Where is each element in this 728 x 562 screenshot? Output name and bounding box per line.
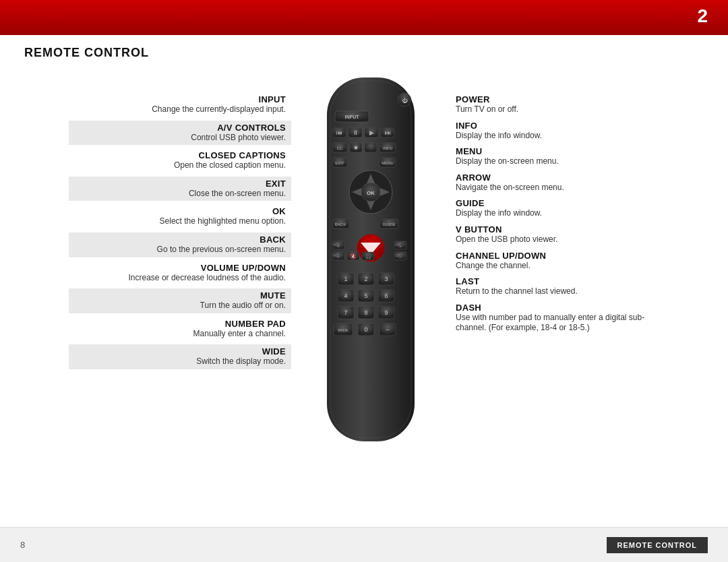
right-label-arrow: ARROW Navigate the on-screen menu. [456, 173, 659, 193]
svg-text:■: ■ [354, 144, 357, 151]
right-label-title-guide: GUIDE [456, 198, 659, 208]
left-label-title-exit: EXIT [69, 179, 286, 189]
svg-text:CC: CC [337, 146, 343, 150]
svg-text:⏸: ⏸ [353, 129, 359, 136]
left-label-desc-exit: Close the on-screen menu. [69, 189, 286, 199]
left-label-volume: VOLUME UP/DOWN Increase or decrease loud… [69, 263, 291, 284]
right-label-title-info: INFO [456, 121, 659, 131]
svg-text:3: 3 [384, 276, 388, 282]
svg-text:MENU: MENU [382, 161, 394, 165]
svg-text:0: 0 [364, 326, 367, 333]
right-label-title-dash: DASH [456, 303, 659, 313]
svg-text:VOL: VOL [333, 243, 340, 247]
left-label-title-input: INPUT [69, 94, 286, 104]
svg-text:6: 6 [384, 292, 388, 299]
svg-text:GUIDE: GUIDE [382, 222, 395, 226]
right-label-desc-arrow: Navigate the on-screen menu. [456, 183, 659, 193]
left-label-mute: MUTE Turn the audio off or on. [69, 288, 291, 313]
left-label-title-volume: VOLUME UP/DOWN [69, 263, 286, 273]
content-area: INPUT Change the currently-displayed inp… [0, 74, 728, 527]
svg-text:4: 4 [344, 292, 347, 299]
right-label-title-arrow: ARROW [456, 173, 659, 183]
left-label-title-av-controls: A/V CONTROLS [69, 123, 286, 133]
left-label-desc-input: Change the currently-displayed input. [69, 104, 286, 115]
right-label-desc-channel: Change the channel. [456, 261, 659, 272]
right-label-channel: CHANNEL UP/DOWN Change the channel. [456, 251, 659, 272]
svg-text:INPUT: INPUT [345, 115, 360, 119]
bottom-page-number: 8 [20, 540, 25, 550]
right-label-desc-last: Return to the channel last viewed. [456, 286, 659, 297]
svg-text:VOL: VOL [333, 253, 340, 257]
left-label-title-closed-captions: CLOSED CAPTIONS [69, 150, 286, 160]
right-label-last: LAST Return to the channel last viewed. [456, 276, 659, 297]
right-label-desc-dash: Use with number pad to manually enter a … [456, 313, 659, 334]
left-label-desc-av-controls: Control USB photo viewer. [69, 133, 286, 144]
bottom-bar: 8 REMOTE CONTROL [0, 527, 728, 562]
left-label-title-mute: MUTE [69, 290, 286, 301]
left-label-exit: EXIT Close the on-screen menu. [69, 177, 291, 201]
left-label-ok: OK Select the highlighted menu option. [69, 206, 291, 227]
right-label-title-power: POWER [456, 94, 659, 104]
svg-text:CH: CH [395, 243, 400, 247]
page-number: 2 [697, 5, 708, 27]
page-title: REMOTE CONTROL [24, 46, 149, 60]
left-label-wide: WIDE Switch the display mode. [69, 344, 291, 369]
left-label-av-controls: A/V CONTROLS Control USB photo viewer. [69, 121, 291, 146]
svg-text:1: 1 [344, 276, 347, 282]
left-label-title-wide: WIDE [69, 346, 286, 356]
svg-text:9: 9 [384, 309, 388, 316]
right-label-v-button: V BUTTON Open the USB photo viewer. [456, 224, 659, 245]
top-bar: 2 [0, 0, 728, 35]
left-label-desc-number-pad: Manually enter a channel. [69, 329, 286, 340]
left-label-desc-back: Go to the previous on-screen menu. [69, 245, 286, 255]
svg-text:EXIT: EXIT [335, 161, 344, 165]
left-label-closed-captions: CLOSED CAPTIONS Open the closed caption … [69, 150, 291, 171]
svg-text:WIDE: WIDE [338, 328, 348, 332]
left-label-number-pad: NUMBER PAD Manually enter a channel. [69, 319, 291, 340]
svg-text:⏭: ⏭ [385, 129, 391, 136]
right-label-desc-guide: Display the info window. [456, 208, 659, 219]
left-label-desc-volume: Increase or decrease loudness of the aud… [69, 273, 286, 284]
svg-text:–: – [386, 326, 389, 333]
svg-text:INFO: INFO [383, 146, 393, 150]
left-label-back: BACK Go to the previous on-screen menu. [69, 232, 291, 257]
svg-text:CH: CH [395, 253, 400, 257]
left-label-desc-closed-captions: Open the closed caption menu. [69, 160, 286, 171]
svg-text:5: 5 [364, 292, 367, 299]
left-labels: INPUT Change the currently-displayed inp… [69, 74, 291, 375]
right-label-title-menu: MENU [456, 146, 659, 156]
right-label-info: INFO Display the info window. [456, 121, 659, 142]
left-label-title-number-pad: NUMBER PAD [69, 319, 286, 329]
svg-text:⏮: ⏮ [336, 129, 342, 136]
right-label-desc-power: Turn TV on or off. [456, 104, 659, 115]
right-label-dash: DASH Use with number pad to manually ent… [456, 303, 659, 334]
left-label-desc-wide: Switch the display mode. [69, 356, 286, 367]
svg-text:⏻: ⏻ [402, 98, 408, 104]
bottom-section-label: REMOTE CONTROL [607, 537, 708, 553]
right-label-title-last: LAST [456, 276, 659, 286]
right-label-desc-menu: Display the on-screen menu. [456, 156, 659, 167]
right-label-desc-v-button: Open the USB photo viewer. [456, 235, 659, 245]
right-label-menu: MENU Display the on-screen menu. [456, 146, 659, 167]
svg-text:▶: ▶ [369, 129, 374, 136]
right-label-guide: GUIDE Display the info window. [456, 198, 659, 219]
svg-text:7: 7 [344, 309, 347, 316]
left-label-title-back: BACK [69, 235, 286, 245]
svg-text:8: 8 [364, 309, 367, 316]
svg-text:2: 2 [364, 276, 367, 282]
left-label-input: INPUT Change the currently-displayed inp… [69, 94, 291, 115]
svg-text:🎧: 🎧 [365, 253, 371, 259]
svg-text:🔇: 🔇 [350, 253, 357, 259]
svg-text:OK: OK [367, 190, 375, 196]
svg-text:BACK: BACK [335, 222, 346, 226]
right-label-title-v-button: V BUTTON [456, 224, 659, 235]
left-label-title-ok: OK [69, 206, 286, 216]
left-label-desc-ok: Select the highlighted menu option. [69, 216, 286, 227]
left-label-desc-mute: Turn the audio off or on. [69, 301, 286, 311]
right-label-power: POWER Turn TV on or off. [456, 94, 659, 115]
right-labels: POWER Turn TV on or off. INFO Display th… [450, 74, 659, 339]
right-label-title-channel: CHANNEL UP/DOWN [456, 251, 659, 261]
right-label-desc-info: Display the info window. [456, 131, 659, 142]
remote-control-image: ⏻ INPUT ⏮ ⏸ ▶ ⏭ CC ■ · INFO EXIT [303, 74, 438, 445]
